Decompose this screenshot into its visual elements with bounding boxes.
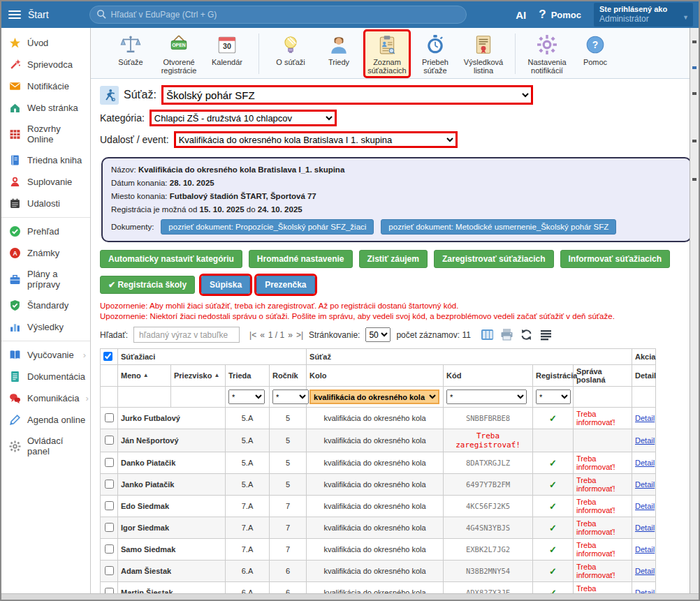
sidebar-item-vysledky[interactable]: Výsledky (1, 316, 90, 338)
zaregistrovat-sutaziacich-button[interactable]: Zaregistrovať súťažiacich (434, 250, 554, 268)
kolo-filter-select[interactable]: kvalifikácia do okresného kola (11) (309, 389, 439, 404)
toolbar-item-triedy[interactable]: Triedy (317, 31, 360, 68)
udalost-select[interactable]: Kvalifikácia do okresného kola Bratislav… (174, 131, 458, 148)
row-checkbox[interactable] (105, 566, 114, 575)
calendar-icon: 30 (217, 34, 238, 57)
sidebar-item-udalosti[interactable]: Udalosti (1, 193, 90, 214)
page-size-select[interactable]: 50 (365, 327, 391, 342)
warning-line: Upozornenie: Aby mohli žiaci súťažiť, tr… (100, 301, 690, 311)
toolbar-item-pomoc[interactable]: ?Pomoc (574, 31, 617, 68)
detail-link[interactable]: Detail (635, 480, 655, 489)
column-header-4[interactable]: Kolo (307, 365, 444, 387)
row-checkbox[interactable] (105, 544, 114, 554)
row-checkbox[interactable] (105, 480, 114, 489)
sidebar-item-ovladaci-panel[interactable]: Ovládací panel (1, 431, 90, 461)
prezencka-button[interactable]: Prezenčka (256, 276, 314, 294)
detail-link[interactable]: Detail (635, 436, 655, 445)
print-icon[interactable] (500, 328, 513, 341)
sidebar-item-vyucovanie[interactable]: Vyučovanie› (1, 344, 90, 366)
detail-link[interactable]: Detail (635, 502, 655, 510)
document-button-metodicke[interactable]: pozrieť dokument: Metodické usmernenie_Š… (381, 219, 616, 235)
grade-icon: A (9, 247, 21, 259)
row-checkbox[interactable] (105, 501, 114, 510)
sidebar-item-sprievodca[interactable]: Sprievodca (1, 54, 90, 75)
scrollbar[interactable] (690, 28, 699, 593)
sutaz-select[interactable]: Školský pohár SFZ (161, 85, 533, 105)
toolbar-item-nastavenia-notifikacii[interactable]: Nastavenia notifikácií (525, 31, 569, 76)
table-search-input[interactable] (133, 327, 240, 343)
round: kvalifikácia do okresného kola (307, 561, 444, 582)
toolbar-item-zoznam-sutaziacich[interactable]: Zoznam súťažiacich (365, 31, 409, 76)
pager-control[interactable]: |< (249, 330, 256, 340)
ai-button[interactable]: AI (516, 9, 526, 21)
start-menu-label[interactable]: Štart (28, 9, 49, 20)
detail-link[interactable]: Detail (635, 524, 655, 532)
sidebar-item-standardy[interactable]: Štandardy (1, 295, 90, 316)
zistit-zaujem-button[interactable]: Zistiť záujem (359, 250, 428, 268)
help-button[interactable]: ? Pomoc (539, 8, 581, 22)
sidebar-item-komunikacia[interactable]: Komunikácia› (1, 387, 90, 409)
auto-kategoria-button[interactable]: Automaticky nastaviť kategóriu (100, 250, 242, 268)
detail-link[interactable]: Detail (635, 414, 655, 422)
registracia-skoly-button[interactable]: ✔ Registrácia školy (100, 276, 195, 294)
sidebar-item-notifikacie[interactable]: Notifikácie (1, 75, 90, 97)
row-checkbox[interactable] (105, 413, 114, 422)
detail-link[interactable]: Detail (635, 545, 655, 554)
sort-asc-icon[interactable]: ▲ (143, 372, 149, 378)
informovat-sutaziacich-button[interactable]: Informovať súťažiacich (560, 250, 671, 268)
column-header-8[interactable]: Detail (632, 365, 656, 387)
sidebar-item-znamky[interactable]: AZnámky (1, 242, 90, 264)
book-icon (9, 154, 21, 166)
sidebar-item-suplovanie[interactable]: Suplovanie (1, 171, 90, 193)
list-icon[interactable] (539, 328, 553, 341)
registracia-filter-select[interactable]: * (536, 389, 571, 404)
column-header-7[interactable]: Správa poslaná (574, 365, 632, 387)
detail-link[interactable]: Detail (635, 459, 655, 467)
column-header-6[interactable]: Registrácia (533, 365, 574, 387)
sort-asc-icon[interactable]: ▲ (214, 372, 219, 378)
column-header-1[interactable]: Priezvisko▲ (171, 365, 226, 387)
kategoria-select[interactable]: Chlapci ZŠ - družstvá 10 chlapcov (150, 110, 337, 126)
column-header-5[interactable]: Kód (444, 365, 533, 387)
student-class: 7.A (226, 517, 270, 539)
sidebar-item-dokumentacia[interactable]: Dokumentácia› (1, 366, 90, 387)
toolbar-item-o-sutazi[interactable]: O súťaži (269, 31, 312, 68)
logged-in-user-menu[interactable]: Ste prihlásený ako Administrátor ▼ (594, 3, 693, 27)
select-all-checkbox[interactable] (103, 352, 112, 361)
sidebar-item-plany-a-pripravy[interactable]: Plány a prípravy (1, 264, 90, 295)
sidebar-item-rozvrhy-online[interactable]: Rozvrhy Online (1, 119, 90, 149)
pager-control[interactable]: » (288, 330, 293, 340)
column-header-0[interactable]: Meno▲ (118, 365, 171, 387)
row-checkbox[interactable] (105, 458, 114, 467)
kod-filter-select[interactable]: * (446, 389, 527, 404)
sidebar-item-web-stranka[interactable]: Web stránka (1, 97, 90, 119)
sidebar-item-prehlad[interactable]: Prehľad (1, 221, 90, 242)
row-checkbox[interactable] (105, 523, 114, 532)
toolbar-item-otvorene-registracie[interactable]: OPENOtvorené registrácie (157, 31, 200, 76)
refresh-icon[interactable] (520, 328, 533, 341)
row-checkbox[interactable] (105, 588, 114, 594)
supiska-button[interactable]: Súpiska (201, 276, 250, 294)
toolbar-item-kalendar[interactable]: 30Kalendár (205, 31, 249, 68)
sidebar-item-triedna-kniha[interactable]: Triedna kniha (1, 149, 90, 171)
trieda-filter-select[interactable]: * (228, 389, 265, 404)
toolbar-item-priebeh-sutaze[interactable]: Priebeh súťaže (414, 31, 457, 76)
column-header-3[interactable]: Ročník (270, 365, 307, 387)
toolbar-item-sutaze[interactable]: Súťaže (109, 31, 152, 68)
detail-link[interactable]: Detail (635, 588, 655, 593)
sidebar-item-uvod[interactable]: Úvod (1, 32, 90, 54)
toolbar-item-vysledkova-listina[interactable]: Výsledková listina (462, 31, 505, 76)
detail-link[interactable]: Detail (635, 567, 655, 575)
search-input[interactable] (89, 6, 467, 24)
pager-control[interactable]: « (260, 330, 265, 340)
row-checkbox[interactable] (105, 436, 114, 445)
pager-control[interactable]: >| (296, 330, 303, 340)
document-button-propozicie[interactable]: pozrieť dokument: Propozície_Školský poh… (161, 219, 374, 235)
rocnik-filter-select[interactable]: * (272, 389, 309, 404)
column-header-2[interactable]: Trieda (226, 365, 270, 387)
document-icon (9, 371, 21, 383)
columns-icon[interactable] (481, 328, 494, 341)
hromadne-nastavenie-button[interactable]: Hromadné nastavenie (249, 250, 353, 268)
hamburger-menu-icon[interactable] (8, 10, 21, 19)
sidebar-item-agenda-online[interactable]: Agenda online (1, 409, 90, 431)
